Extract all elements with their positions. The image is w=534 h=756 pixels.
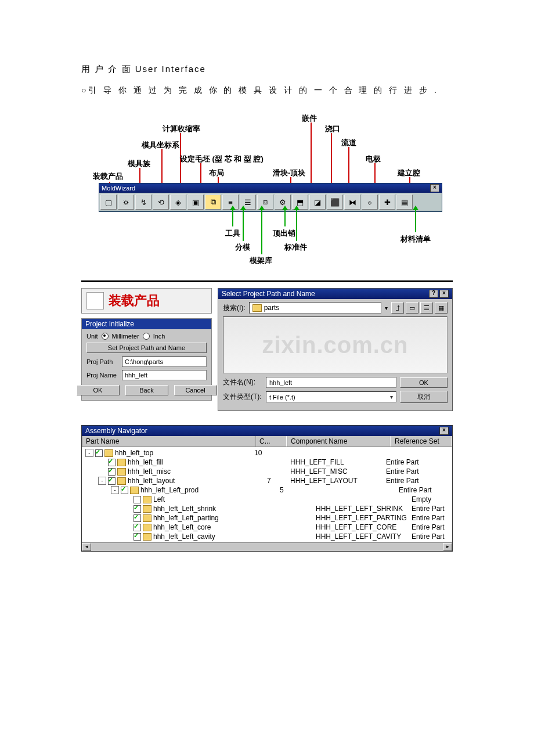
- row-checkbox[interactable]: [134, 514, 141, 522]
- part-name-text: hhh_left_layout: [128, 477, 175, 485]
- tb-icon-7[interactable]: ⧉: [205, 195, 221, 210]
- tb-icon-5[interactable]: ◈: [170, 195, 186, 210]
- label-shrinkage: 计算收缩率: [163, 124, 200, 134]
- label-workpiece: 设定毛坯 (型 芯 和 型 腔): [180, 154, 264, 164]
- table-row[interactable]: hhh_left_fillHHH_LEFT_FILLEntire Part: [82, 458, 452, 467]
- radio-mm-label: Millimeter: [112, 333, 139, 340]
- close-icon[interactable]: ×: [439, 290, 449, 298]
- radio-inch[interactable]: [143, 333, 150, 340]
- asm-close-icon[interactable]: ×: [439, 427, 449, 435]
- row-checkbox[interactable]: [134, 505, 141, 513]
- detail-view-icon[interactable]: ▦: [435, 302, 448, 314]
- filedlg-ok-button[interactable]: OK: [400, 377, 448, 388]
- tb-icon-17[interactable]: ✚: [379, 195, 395, 210]
- table-row[interactable]: hhh_left_miscHHH_LEFT_MISCEntire Part: [82, 467, 452, 476]
- tree-expand-icon[interactable]: -: [85, 449, 93, 457]
- pi-back-button[interactable]: Back: [125, 385, 168, 395]
- scroll-left-icon[interactable]: ◂: [82, 543, 91, 551]
- asm-body: -hhh_left_top10hhh_left_fillHHH_LEFT_FIL…: [82, 447, 452, 542]
- label-standard: 标准件: [284, 242, 307, 253]
- reference-set-cell: Entire Part: [386, 458, 452, 466]
- tb-icon-1[interactable]: ▢: [100, 195, 117, 210]
- table-row[interactable]: -hhh_left_layout7HHH_LEFT_LAYOUTEntire P…: [82, 476, 452, 485]
- search-label: 搜索(I):: [223, 303, 246, 313]
- col-part-name[interactable]: Part Name: [82, 436, 255, 447]
- row-checkbox[interactable]: [108, 459, 116, 466]
- table-row[interactable]: -hhh_left_top10: [82, 448, 452, 458]
- part-name-text: hhh_left_Left_parting: [153, 514, 219, 522]
- asm-title-text: Assembly Navigator: [85, 427, 147, 435]
- reference-set-cell: Entire Part: [386, 477, 452, 485]
- table-row[interactable]: LeftEmpty: [82, 495, 452, 504]
- row-checkbox[interactable]: [134, 524, 141, 531]
- col-count[interactable]: C...: [255, 436, 287, 447]
- row-checkbox[interactable]: [134, 533, 141, 541]
- component-name-cell: HHH_LEFT_LEFT_CAVITY: [316, 532, 412, 541]
- proj-path-label: Proj Path: [86, 358, 118, 365]
- page-heading: 用 户 介 面 User Interface: [81, 64, 453, 75]
- document-icon: [86, 292, 104, 309]
- component-name-cell: HHH_LEFT_LAYOUT: [290, 477, 386, 485]
- label-bom: 材料清单: [400, 234, 431, 244]
- filename-input[interactable]: hhh_left: [266, 377, 396, 388]
- tb-icon-2[interactable]: ⛭: [118, 195, 134, 210]
- tb-icon-4[interactable]: ⟲: [153, 195, 169, 210]
- up-folder-icon[interactable]: ⮥: [391, 302, 404, 314]
- row-checkbox[interactable]: [121, 487, 128, 494]
- component-name-cell: HHH_LEFT_LEFT_SHRINK: [316, 505, 412, 513]
- radio-millimeter[interactable]: [102, 333, 109, 340]
- pi-cancel-button[interactable]: Cancel: [174, 385, 217, 395]
- pi-ok-button[interactable]: OK: [77, 385, 120, 395]
- node-icon: [143, 496, 151, 503]
- row-checkbox[interactable]: [108, 468, 116, 476]
- table-row[interactable]: hhh_left_Left_partingHHH_LEFT_LEFT_PARTI…: [82, 513, 452, 523]
- toolbar-close-icon[interactable]: ×: [430, 184, 439, 192]
- filedlg-cancel-button[interactable]: 取消: [400, 391, 448, 403]
- tree-expand-icon[interactable]: -: [111, 486, 119, 494]
- table-row[interactable]: hhh_left_Left_shrinkHHH_LEFT_LEFT_SHRINK…: [82, 504, 452, 513]
- proj-name-label: Proj Name: [86, 372, 118, 379]
- help-icon[interactable]: ?: [429, 290, 438, 298]
- filetype-label: 文件类型(T):: [223, 392, 262, 402]
- tb-icon-3[interactable]: ↯: [135, 195, 151, 210]
- search-folder-combo[interactable]: parts: [249, 302, 381, 314]
- table-row[interactable]: hhh_left_Left_coreHHH_LEFT_LEFT_COREEnti…: [82, 523, 452, 532]
- tb-icon-16[interactable]: ⟐: [362, 195, 378, 210]
- tb-icon-15[interactable]: ⧓: [344, 195, 360, 210]
- reference-set-cell: Entire Part: [412, 505, 452, 513]
- new-folder-icon[interactable]: ▭: [406, 302, 418, 314]
- file-list-area[interactable]: zixin.com.cn: [223, 316, 448, 373]
- section-divider: [81, 280, 453, 282]
- col-reference-set[interactable]: Reference Set: [391, 436, 452, 447]
- row-checkbox[interactable]: [108, 477, 116, 485]
- table-row[interactable]: hhh_left_Left_cavityHHH_LEFT_LEFT_CAVITY…: [82, 532, 452, 541]
- tb-icon-14[interactable]: ⬛: [327, 195, 343, 210]
- list-view-icon[interactable]: ☰: [420, 302, 433, 314]
- proj-name-field[interactable]: hhh_left: [122, 370, 207, 380]
- asm-scrollbar[interactable]: ◂ ▸: [82, 542, 452, 551]
- tb-icon-13[interactable]: ◪: [309, 195, 326, 210]
- tree-expand-icon[interactable]: -: [98, 477, 106, 485]
- tb-icon-6[interactable]: ▣: [187, 195, 204, 210]
- set-path-button[interactable]: Set Project Path and Name: [86, 343, 207, 353]
- tb-icon-18[interactable]: ▤: [396, 195, 413, 210]
- filetype-combo[interactable]: t File (*.t): [266, 391, 396, 402]
- count-cell: 5: [276, 486, 303, 494]
- unit-label: Unit: [86, 333, 98, 340]
- proj-path-field[interactable]: C:\hong\parts: [122, 357, 207, 367]
- part-name-text: hhh_left_Left_prod: [140, 486, 199, 494]
- label-tool: 工具: [225, 228, 240, 239]
- unit-row: Unit Millimeter Inch: [86, 333, 207, 340]
- label-parting: 分模: [235, 242, 250, 253]
- component-name-cell: HHH_LEFT_LEFT_CORE: [316, 523, 412, 531]
- label-load-product: 装载产品: [93, 171, 123, 182]
- table-row[interactable]: -hhh_left_Left_prod5Entire Part: [82, 485, 452, 495]
- node-icon: [104, 449, 113, 457]
- col-component-name[interactable]: Component Name: [287, 436, 391, 447]
- row-checkbox[interactable]: [95, 449, 103, 457]
- count-cell: 10: [251, 449, 277, 457]
- row-checkbox[interactable]: [134, 496, 141, 503]
- toolbar-icon-row: ▢ ⛭ ↯ ⟲ ◈ ▣ ⧉ ≡ ☰ ⧈ ⚙ ⬒ ◪ ⬛ ⧓ ⟐ ✚ ▤: [99, 193, 442, 211]
- project-init-title: Project Initialize: [82, 319, 211, 329]
- scroll-right-icon[interactable]: ▸: [443, 543, 452, 551]
